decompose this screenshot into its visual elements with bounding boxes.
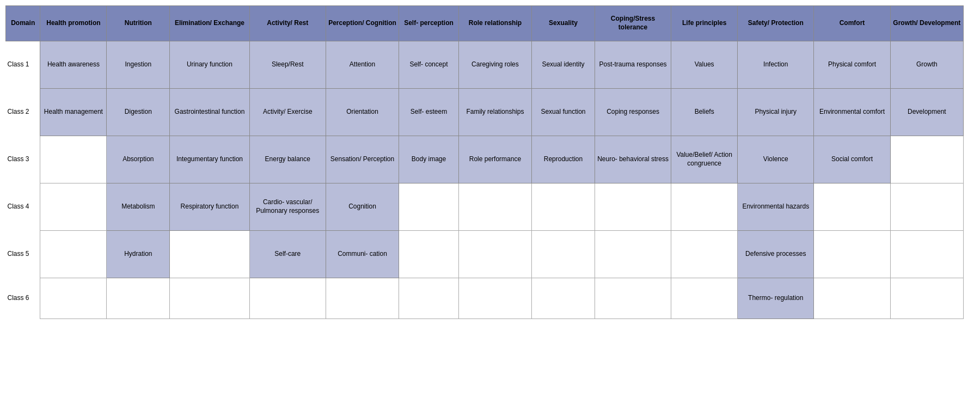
- cell-sexuality-row3: Reproduction: [532, 136, 595, 183]
- header-row: Domain Health promotion Nutrition Elimin…: [6, 6, 964, 41]
- growth-header: Growth/ Development: [890, 6, 963, 41]
- cell-safety-row4: Environmental hazards: [738, 183, 814, 231]
- cell-sexuality-row5: [532, 231, 595, 278]
- cell-perception-row2: Orientation: [326, 89, 399, 136]
- cell-self_perception-row6: [399, 278, 459, 319]
- cell-self_perception-row2: Self- esteem: [399, 89, 459, 136]
- cell-safety-row6: Thermo- regulation: [738, 278, 814, 319]
- cell-growth-row6: [890, 278, 963, 319]
- cell-growth-row1: Growth: [890, 41, 963, 89]
- cell-activity-row1: Sleep/Rest: [249, 41, 326, 89]
- cell-nutrition-row5: Hydration: [107, 231, 170, 278]
- coping-header: Coping/Stress tolerance: [595, 6, 671, 41]
- cell-growth-row2: Development: [890, 89, 963, 136]
- table-row: Class 4MetabolismRespiratory functionCar…: [6, 183, 964, 231]
- cell-safety-row3: Violence: [738, 136, 814, 183]
- cell-sexuality-row1: Sexual identity: [532, 41, 595, 89]
- table-row: Class 5HydrationSelf-careCommuni- cation…: [6, 231, 964, 278]
- cell-elimination-row4: Respiratory function: [170, 183, 249, 231]
- cell-role-row3: Role performance: [458, 136, 531, 183]
- cell-perception-row4: Cognition: [326, 183, 399, 231]
- cell-health_promotion-row2: Health management: [40, 89, 107, 136]
- cell-perception-row5: Communi- cation: [326, 231, 399, 278]
- cell-health_promotion-row4: [40, 183, 107, 231]
- cell-life-row4: [671, 183, 738, 231]
- cell-comfort-row3: Social comfort: [814, 136, 890, 183]
- class-label-1: Class 1: [6, 41, 40, 89]
- cell-life-row1: Values: [671, 41, 738, 89]
- cell-self_perception-row3: Body image: [399, 136, 459, 183]
- cell-nutrition-row4: Metabolism: [107, 183, 170, 231]
- domain-header: Domain: [6, 6, 40, 41]
- cell-perception-row6: [326, 278, 399, 319]
- cell-comfort-row6: [814, 278, 890, 319]
- cell-role-row2: Family relationships: [458, 89, 531, 136]
- cell-elimination-row5: [170, 231, 249, 278]
- health-promotion-header: Health promotion: [40, 6, 107, 41]
- cell-comfort-row4: [814, 183, 890, 231]
- nutrition-header: Nutrition: [107, 6, 170, 41]
- activity-header: Activity/ Rest: [249, 6, 326, 41]
- cell-self_perception-row4: [399, 183, 459, 231]
- cell-perception-row1: Attention: [326, 41, 399, 89]
- cell-coping-row1: Post-trauma responses: [595, 41, 671, 89]
- cell-sexuality-row6: [532, 278, 595, 319]
- cell-activity-row5: Self-care: [249, 231, 326, 278]
- cell-safety-row1: Infection: [738, 41, 814, 89]
- nanda-taxonomy-table: Domain Health promotion Nutrition Elimin…: [5, 5, 964, 319]
- cell-life-row5: [671, 231, 738, 278]
- cell-elimination-row2: Gastrointestinal function: [170, 89, 249, 136]
- role-header: Role relationship: [458, 6, 531, 41]
- cell-comfort-row1: Physical comfort: [814, 41, 890, 89]
- table-row: Class 1Health awarenessIngestionUrinary …: [6, 41, 964, 89]
- cell-health_promotion-row1: Health awareness: [40, 41, 107, 89]
- cell-self_perception-row1: Self- concept: [399, 41, 459, 89]
- cell-elimination-row6: [170, 278, 249, 319]
- cell-activity-row6: [249, 278, 326, 319]
- cell-coping-row2: Coping responses: [595, 89, 671, 136]
- cell-comfort-row2: Environmental comfort: [814, 89, 890, 136]
- cell-growth-row4: [890, 183, 963, 231]
- cell-role-row5: [458, 231, 531, 278]
- cell-comfort-row5: [814, 231, 890, 278]
- cell-growth-row3: [890, 136, 963, 183]
- cell-activity-row3: Energy balance: [249, 136, 326, 183]
- cell-sexuality-row4: [532, 183, 595, 231]
- cell-activity-row2: Activity/ Exercise: [249, 89, 326, 136]
- table-row: Class 3AbsorptionIntegumentary functionE…: [6, 136, 964, 183]
- cell-growth-row5: [890, 231, 963, 278]
- class-label-3: Class 3: [6, 136, 40, 183]
- cell-health_promotion-row5: [40, 231, 107, 278]
- class-label-2: Class 2: [6, 89, 40, 136]
- safety-header: Safety/ Protection: [738, 6, 814, 41]
- cell-sexuality-row2: Sexual function: [532, 89, 595, 136]
- cell-coping-row3: Neuro- behavioral stress: [595, 136, 671, 183]
- cell-nutrition-row6: [107, 278, 170, 319]
- cell-health_promotion-row6: [40, 278, 107, 319]
- cell-safety-row2: Physical injury: [738, 89, 814, 136]
- sexuality-header: Sexuality: [532, 6, 595, 41]
- self-perception-header: Self- perception: [399, 6, 459, 41]
- cell-life-row2: Beliefs: [671, 89, 738, 136]
- class-label-4: Class 4: [6, 183, 40, 231]
- cell-nutrition-row3: Absorption: [107, 136, 170, 183]
- class-label-5: Class 5: [6, 231, 40, 278]
- cell-nutrition-row2: Digestion: [107, 89, 170, 136]
- class-label-6: Class 6: [6, 278, 40, 319]
- table-row: Class 2Health managementDigestionGastroi…: [6, 89, 964, 136]
- cell-coping-row6: [595, 278, 671, 319]
- table-row: Class 6Thermo- regulation: [6, 278, 964, 319]
- cell-coping-row4: [595, 183, 671, 231]
- cell-coping-row5: [595, 231, 671, 278]
- cell-elimination-row1: Urinary function: [170, 41, 249, 89]
- perception-header: Perception/ Cognition: [326, 6, 399, 41]
- cell-activity-row4: Cardio- vascular/ Pulmonary responses: [249, 183, 326, 231]
- cell-role-row1: Caregiving roles: [458, 41, 531, 89]
- cell-life-row3: Value/Belief/ Action congruence: [671, 136, 738, 183]
- cell-elimination-row3: Integumentary function: [170, 136, 249, 183]
- cell-role-row6: [458, 278, 531, 319]
- cell-nutrition-row1: Ingestion: [107, 41, 170, 89]
- cell-self_perception-row5: [399, 231, 459, 278]
- cell-role-row4: [458, 183, 531, 231]
- comfort-header: Comfort: [814, 6, 890, 41]
